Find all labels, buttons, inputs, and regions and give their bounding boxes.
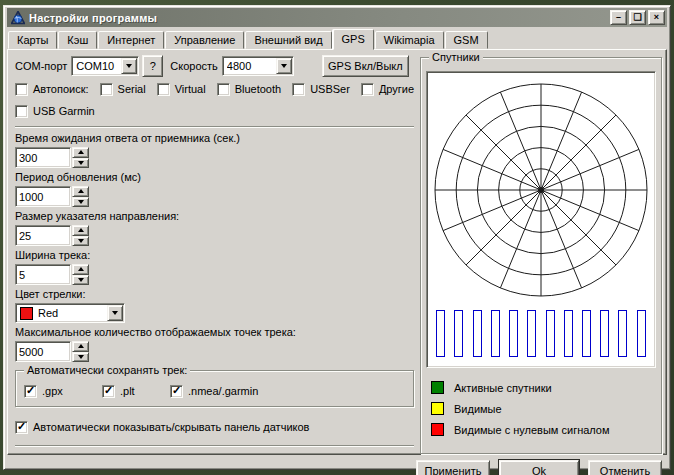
response-timeout-spinner[interactable]	[15, 147, 89, 168]
cancel-button[interactable]: Отменить	[588, 460, 662, 475]
com-port-help-button[interactable]: ?	[142, 55, 163, 77]
satellite-radar-plot	[432, 81, 650, 299]
red-square-icon	[431, 423, 444, 436]
max-track-points-spinner[interactable]	[15, 341, 89, 362]
signal-bar	[436, 310, 445, 357]
spin-down-icon[interactable]	[72, 236, 89, 247]
tab-internet[interactable]: Интернет	[98, 31, 164, 49]
tab-gsm[interactable]: GSM	[445, 31, 488, 49]
satellite-signal-bars	[427, 310, 655, 358]
signal-bar	[546, 310, 555, 357]
checkbox-drugie[interactable]: Другие	[361, 83, 414, 96]
signal-bar	[637, 310, 646, 357]
maximize-button[interactable]: ❑	[629, 10, 646, 25]
spin-up-icon[interactable]	[72, 186, 89, 197]
signal-bar	[618, 310, 627, 357]
checkbox-autosearch[interactable]: Автопоиск:	[15, 83, 89, 96]
minimize-button[interactable]: –	[610, 10, 627, 25]
checkbox-gpx[interactable]: .gpx	[24, 385, 102, 398]
color-swatch	[20, 307, 33, 320]
field-response-timeout: Время ожидания ответа от приемника (сек.…	[15, 132, 416, 168]
checkbox-virtual[interactable]: Virtual	[157, 83, 206, 96]
app-icon	[10, 10, 25, 25]
close-button[interactable]: ×	[648, 10, 665, 25]
tab-upravlenie[interactable]: Управление	[165, 31, 244, 49]
track-width-input[interactable]	[17, 266, 69, 283]
settings-window: Настройки программы – ❑ × Карты Кэш Инте…	[3, 5, 671, 470]
tab-karty[interactable]: Карты	[8, 31, 57, 49]
speed-select[interactable]: 4800	[222, 56, 294, 76]
field-pointer-size: Размер указателя направления:	[15, 210, 416, 246]
tab-wikimapia[interactable]: Wikimapia	[375, 31, 444, 49]
com-port-label: COM-порт	[15, 60, 67, 72]
spin-up-icon[interactable]	[72, 225, 89, 236]
title-bar[interactable]: Настройки программы – ❑ ×	[7, 8, 667, 27]
signal-bar	[564, 310, 573, 357]
signal-bar	[454, 310, 463, 357]
spin-up-icon[interactable]	[72, 264, 89, 275]
pointer-size-input[interactable]	[17, 227, 69, 244]
signal-bar	[491, 310, 500, 357]
response-timeout-input[interactable]	[17, 149, 69, 166]
tab-gps[interactable]: GPS	[333, 29, 374, 50]
field-track-width: Ширина трека:	[15, 249, 416, 285]
checkbox-usb-garmin[interactable]: USB Garmin	[15, 105, 95, 118]
tab-vneshniy-vid[interactable]: Внешний вид	[245, 31, 331, 49]
green-square-icon	[431, 381, 444, 394]
yellow-square-icon	[431, 402, 444, 415]
checkbox-bluetooth[interactable]: Bluetooth	[217, 83, 281, 96]
speed-label: Скорость	[170, 60, 218, 72]
satellites-column: Спутники Активные спутники Видимые	[420, 54, 662, 451]
field-max-track-points: Максимальное количество отображаемых точ…	[15, 326, 416, 362]
checkbox-nmea-garmin[interactable]: .nmea/.garmin	[170, 385, 258, 398]
legend-item-visible: Видимые	[428, 398, 654, 419]
signal-bar	[582, 310, 591, 357]
satellites-legend: Активные спутники Видимые Видимые с нуле…	[428, 377, 654, 440]
window-title: Настройки программы	[29, 12, 608, 24]
checkbox-plt[interactable]: .plt	[102, 385, 170, 398]
satellites-display	[426, 71, 656, 368]
spin-down-icon[interactable]	[72, 352, 89, 363]
dialog-button-bar: Применить Ok Отменить	[7, 455, 667, 475]
signal-bar	[527, 310, 536, 357]
separator	[15, 445, 414, 447]
ok-button[interactable]: Ok	[499, 460, 579, 475]
spin-up-icon[interactable]	[72, 341, 89, 352]
tab-kesh[interactable]: Кэш	[58, 31, 97, 49]
speed-dropdown-arrow-icon[interactable]	[276, 58, 292, 74]
signal-bar	[473, 310, 482, 357]
field-arrow-color: Цвет стрелки: Red	[15, 288, 416, 323]
gps-settings-column: COM-порт COM10 ? Скорость 4800 GPS Вкл/В…	[12, 54, 416, 451]
com-port-select[interactable]: COM10	[71, 56, 139, 76]
autosave-track-group: Автоматически сохранять трек: .gpx .plt	[15, 370, 414, 407]
field-update-period: Период обновления (мс)	[15, 171, 416, 207]
pointer-size-spinner[interactable]	[15, 225, 89, 246]
max-track-points-input[interactable]	[17, 343, 69, 360]
satellites-group: Спутники Активные спутники Видимые	[420, 57, 662, 454]
spin-down-icon[interactable]	[72, 197, 89, 208]
color-dropdown-arrow-icon[interactable]	[107, 305, 123, 321]
track-width-spinner[interactable]	[15, 264, 89, 285]
com-port-dropdown-arrow-icon[interactable]	[121, 58, 137, 74]
desktop-background: Настройки программы – ❑ × Карты Кэш Инте…	[0, 0, 674, 475]
separator	[15, 126, 414, 128]
checkbox-auto-show-sensor-panel[interactable]: Автоматически показывать/скрывать панель…	[15, 421, 309, 434]
apply-button[interactable]: Применить	[416, 460, 490, 475]
checkbox-serial[interactable]: Serial	[100, 83, 146, 96]
checkbox-usbser[interactable]: USBSer	[292, 83, 350, 96]
signal-bar	[509, 310, 518, 357]
spin-down-icon[interactable]	[72, 158, 89, 169]
tab-strip: Карты Кэш Интернет Управление Внешний ви…	[8, 29, 666, 49]
spin-down-icon[interactable]	[72, 275, 89, 286]
legend-item-active: Активные спутники	[428, 377, 654, 398]
update-period-spinner[interactable]	[15, 186, 89, 207]
spin-up-icon[interactable]	[72, 147, 89, 158]
gps-toggle-button[interactable]: GPS Вкл/Выкл	[322, 55, 409, 77]
arrow-color-select[interactable]: Red	[15, 303, 125, 323]
update-period-input[interactable]	[17, 188, 69, 205]
signal-bar	[600, 310, 609, 357]
gps-tab-page: COM-порт COM10 ? Скорость 4800 GPS Вкл/В…	[7, 49, 667, 455]
legend-item-zero-signal: Видимые с нулевым сигналом	[428, 419, 654, 440]
